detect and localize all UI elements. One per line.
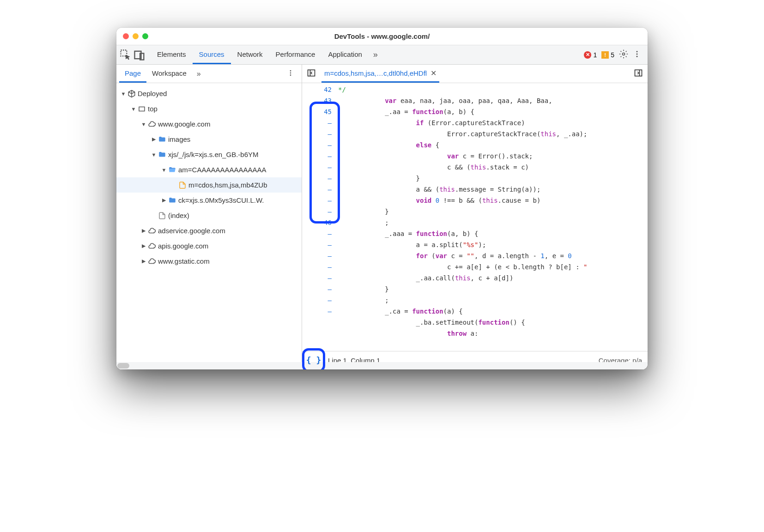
tree-domain-adservice-icon	[148, 227, 156, 235]
gutter-line[interactable]: –	[302, 228, 332, 239]
gutter-line[interactable]: –	[302, 184, 332, 195]
tree-arrow-icon: ▼	[151, 152, 157, 157]
tree-arrow-icon: ▶	[140, 228, 147, 234]
tree-folder-am[interactable]: ▼ am=CAAAAAAAAAAAAAAA	[116, 162, 302, 177]
tree-item-label: m=cdos,hsm,jsa,mb4ZUb	[188, 181, 267, 189]
code-editor[interactable]: 424345–––––––––46–––––––– */ var eaa, na…	[302, 83, 648, 351]
gutter-line[interactable]: –	[302, 162, 332, 173]
toggle-navigator-icon[interactable]	[305, 68, 318, 79]
tree-folder-ck[interactable]: ▶ ck=xjs.s.0Mx5ys3sCUI.L.W.	[116, 193, 302, 208]
code-content[interactable]: */ var eaa, naa, jaa, oaa, paa, qaa, Aaa…	[338, 83, 648, 351]
gutter-line[interactable]: –	[302, 128, 332, 139]
tree-folder-xjs-icon	[158, 151, 166, 159]
main-toolbar: ElementsSourcesNetworkPerformanceApplica…	[116, 45, 648, 65]
tree-folder-images[interactable]: ▶ images	[116, 132, 302, 147]
tab-sources[interactable]: Sources	[193, 45, 231, 64]
svg-point-9	[290, 74, 291, 76]
gutter-line[interactable]: –	[302, 284, 332, 295]
tree-item-label: apis.google.com	[158, 242, 208, 250]
file-tab[interactable]: m=cdos,hsm,jsa,…c,dtl0hd,eHDfl ✕	[321, 65, 439, 83]
settings-icon[interactable]	[619, 49, 628, 60]
tree-arrow-icon: ▼	[161, 167, 167, 173]
line-gutter[interactable]: 424345–––––––––46––––––––	[302, 83, 338, 351]
tree-domain-adservice[interactable]: ▶ adservice.google.com	[116, 223, 302, 238]
tree-deployed-icon	[127, 90, 136, 98]
error-count-value: 1	[593, 51, 597, 59]
tree-arrow-icon: ▼	[120, 91, 127, 97]
pretty-print-button[interactable]: { }	[306, 352, 321, 368]
more-panels-button[interactable]: »	[370, 50, 382, 60]
svg-point-3	[623, 53, 625, 55]
gutter-line[interactable]: 42	[302, 84, 332, 95]
editor-scrollbar[interactable]	[302, 362, 648, 369]
element-picker-icon[interactable]	[119, 48, 132, 61]
close-window-button[interactable]	[123, 33, 129, 39]
tree-arrow-icon: ▶	[161, 197, 167, 203]
tree-file-selected[interactable]: m=cdos,hsm,jsa,mb4ZUb	[116, 177, 302, 193]
tree-item-label: xjs/_/js/k=xjs.s.en_GB.-b6YM	[168, 151, 258, 158]
tree-folder-xjs[interactable]: ▼ xjs/_/js/k=xjs.s.en_GB.-b6YM	[116, 147, 302, 162]
tab-performance[interactable]: Performance	[269, 45, 322, 64]
gutter-line[interactable]: –	[302, 117, 332, 128]
tree-arrow-icon: ▶	[140, 258, 147, 264]
gutter-line[interactable]: 46	[302, 217, 332, 228]
gutter-line[interactable]: 45	[302, 106, 332, 117]
gutter-line[interactable]: –	[302, 250, 332, 261]
tree-domain-gstatic[interactable]: ▶ www.gstatic.com	[116, 254, 302, 269]
tab-network[interactable]: Network	[231, 45, 269, 64]
gutter-line[interactable]: –	[302, 173, 332, 184]
tree-deployed[interactable]: ▼ Deployed	[116, 86, 302, 101]
file-tree[interactable]: ▼ Deployed ▼ top ▼ www.google.com ▶ imag…	[116, 83, 302, 369]
navigator-tabs: PageWorkspace »	[116, 65, 302, 83]
tree-top[interactable]: ▼ top	[116, 101, 302, 116]
tree-folder-am-icon	[168, 166, 176, 174]
gutter-line[interactable]: –	[302, 239, 332, 250]
devtools-window: DevTools - www.google.com/ ElementsSourc…	[116, 28, 648, 369]
gutter-line[interactable]: –	[302, 295, 332, 306]
warning-icon: !	[601, 51, 609, 59]
gutter-line[interactable]: –	[302, 206, 332, 217]
tab-application[interactable]: Application	[321, 45, 368, 64]
file-tabs: m=cdos,hsm,jsa,…c,dtl0hd,eHDfl ✕	[302, 65, 648, 83]
navigator-more-button[interactable]: »	[193, 70, 205, 78]
gutter-line[interactable]: –	[302, 306, 332, 317]
tree-domain-apis-icon	[148, 242, 156, 250]
tree-domain-apis[interactable]: ▶ apis.google.com	[116, 238, 302, 254]
error-icon: ✕	[584, 51, 591, 59]
tab-elements[interactable]: Elements	[151, 45, 193, 64]
svg-point-4	[637, 51, 638, 52]
gutter-line[interactable]: –	[302, 151, 332, 162]
device-toolbar-icon[interactable]	[133, 48, 146, 61]
tree-file-selected-icon	[178, 181, 187, 189]
tree-domain-google[interactable]: ▼ www.google.com	[116, 116, 302, 132]
warning-count-value: 5	[611, 51, 614, 59]
editor-pane: m=cdos,hsm,jsa,…c,dtl0hd,eHDfl ✕ 424345–…	[302, 65, 648, 369]
warning-count[interactable]: ! 5	[601, 51, 614, 59]
gutter-line[interactable]: –	[302, 139, 332, 151]
toggle-debugger-icon[interactable]	[632, 68, 645, 79]
navigator-menu-icon[interactable]	[282, 69, 299, 79]
tree-top-icon	[138, 105, 146, 113]
tree-item-label: www.google.com	[158, 120, 210, 128]
tree-item-label: www.gstatic.com	[158, 257, 210, 265]
maximize-window-button[interactable]	[142, 33, 148, 39]
traffic-lights	[123, 33, 148, 39]
navigator-tab-page[interactable]: Page	[119, 65, 146, 83]
tree-file-index-icon	[158, 212, 166, 220]
svg-point-7	[290, 70, 291, 72]
svg-point-6	[637, 55, 638, 57]
gutter-line[interactable]: –	[302, 195, 332, 206]
navigator-tab-workspace[interactable]: Workspace	[146, 65, 192, 83]
gutter-line[interactable]: 43	[302, 95, 332, 106]
file-tab-label: m=cdos,hsm,jsa,…c,dtl0hd,eHDfl	[324, 69, 427, 77]
error-count[interactable]: ✕ 1	[584, 51, 597, 59]
close-tab-icon[interactable]: ✕	[431, 69, 437, 78]
tree-item-label: top	[148, 105, 158, 113]
more-menu-icon[interactable]	[633, 50, 641, 60]
tree-file-index[interactable]: (index)	[116, 208, 302, 223]
minimize-window-button[interactable]	[133, 33, 139, 39]
tree-item-label: adservice.google.com	[158, 227, 225, 235]
tree-arrow-icon: ▼	[130, 106, 137, 112]
gutter-line[interactable]: –	[302, 261, 332, 272]
gutter-line[interactable]: –	[302, 272, 332, 284]
